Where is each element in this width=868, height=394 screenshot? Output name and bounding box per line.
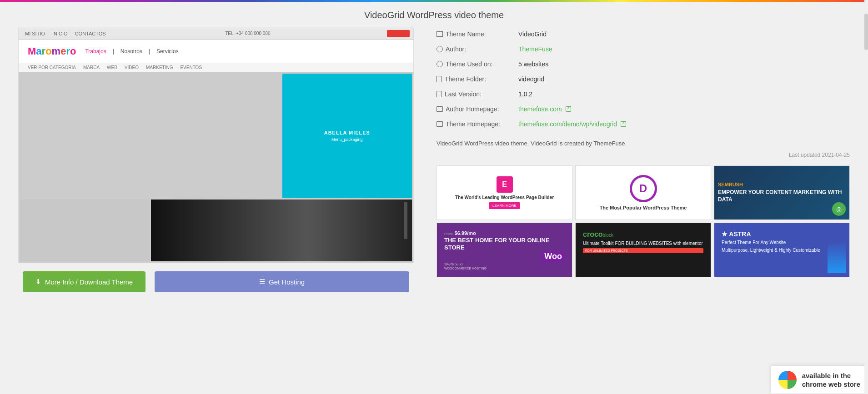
croco-text: Ultimate Toolkit FOR BUILDING WEBSITES w… xyxy=(583,240,703,246)
theme-name-label: Theme Name: xyxy=(437,30,518,38)
download-button[interactable]: ⬇ More Info / Download Theme xyxy=(23,271,146,292)
image-icon xyxy=(437,31,443,37)
featured-name: ABELLA MIELES xyxy=(324,130,370,135)
sg-price: $6.99/mo xyxy=(455,230,476,236)
preview-header: Maromero Trabajos | Nosotros | Servicios xyxy=(19,40,413,63)
ad-elementor[interactable]: E The World's Leading WordPress Page Bui… xyxy=(437,165,572,220)
hosting-icon: ☰ xyxy=(259,278,265,286)
elementor-text: The World's Leading WordPress Page Build… xyxy=(455,195,554,200)
grid-cell-dark xyxy=(151,199,412,261)
monitor-icon-2 xyxy=(437,121,443,127)
description: VideoGrid WordPress video theme. VideoGr… xyxy=(437,139,850,148)
preview-nav-trabajos: Trabajos xyxy=(85,48,106,55)
scrollbar[interactable] xyxy=(864,0,868,394)
preview-logo: Maromero xyxy=(28,45,76,57)
theme-homepage-link[interactable]: themefuse.com/demo/wp/videogrid xyxy=(518,120,617,128)
sg-brand: SiteGround WOOCOMMERCE HOSTING xyxy=(444,262,487,270)
theme-folder-value: videogrid xyxy=(518,75,850,83)
monitor-icon xyxy=(437,106,443,112)
chrome-store-text: available in the chrome web store xyxy=(802,371,860,389)
semrush-icon: ◎ xyxy=(832,202,846,216)
preview-nav: Trabajos | Nosotros | Servicios xyxy=(85,48,178,55)
grid-cell-2 xyxy=(151,74,281,135)
theme-homepage-value: themefuse.com/demo/wp/videogrid xyxy=(518,120,850,128)
preview-topbar: MI SITIO INICIO CONTACTOS TEL. +34 000 0… xyxy=(19,27,413,40)
last-updated: Last updated 2021-04-25 xyxy=(437,152,850,158)
preview-nav-item: CONTACTOS xyxy=(72,31,109,36)
preview-phone: TEL. +34 000 000 000 xyxy=(225,31,270,36)
download-icon: ⬇ xyxy=(35,278,41,286)
author-homepage-value: themefuse.com xyxy=(518,105,850,113)
info-row-theme-homepage: Theme Homepage: themefuse.com/demo/wp/vi… xyxy=(437,117,850,132)
cat-marketing: MARKETING xyxy=(146,65,173,70)
cat-marca: MARCA xyxy=(83,65,100,70)
info-row-author: Author: ThemeFuse xyxy=(437,42,850,57)
preview-grid: ABELLA MIELES Menu_packaging xyxy=(19,72,413,263)
siteground-content: From $6.99/mo THE BEST HOME FOR YOUR ONL… xyxy=(441,227,568,273)
ads-grid: E The World's Leading WordPress Page Bui… xyxy=(437,165,850,277)
astra-text: Perfect Theme For Any Website xyxy=(722,239,842,245)
preview-content: Maromero Trabajos | Nosotros | Servicios… xyxy=(19,40,413,263)
author-homepage-link[interactable]: themefuse.com xyxy=(518,105,562,113)
ad-semrush[interactable]: SEMRUSH EMPOWER YOUR CONTENT MARKETING W… xyxy=(714,165,850,220)
sg-woo: Woo xyxy=(542,251,565,262)
cat-eventos: EVENTOS xyxy=(180,65,202,70)
download-label: More Info / Download Theme xyxy=(45,278,133,286)
semrush-text: EMPOWER YOUR CONTENT MARKETING WITH DATA xyxy=(718,189,846,203)
preview-nav-item: INICIO xyxy=(50,31,70,36)
grid-cell-featured: ABELLA MIELES Menu_packaging xyxy=(282,74,412,198)
chrome-store-banner[interactable]: available in the chrome web store xyxy=(771,366,868,394)
preview-category-bar: VER POR CATEGORIA MARCA WEB VIDEO MARKET… xyxy=(19,63,413,72)
preview-nav-servicios: Servicios xyxy=(156,48,179,55)
folder-icon xyxy=(437,76,442,82)
theme-folder-label: Theme Folder: xyxy=(437,75,518,83)
ad-astra[interactable]: ★ ASTRA Perfect Theme For Any Website Mu… xyxy=(714,223,850,277)
astra-logo: ★ ASTRA xyxy=(722,230,842,238)
grid-cell-4 xyxy=(20,137,150,199)
chrome-icon xyxy=(778,371,797,389)
grid-cell-5 xyxy=(151,137,281,199)
author-label: Author: xyxy=(437,45,518,53)
info-row-theme-used: Theme Used on: 5 websites xyxy=(437,57,850,72)
preview-nav-item: MI SITIO xyxy=(22,31,48,36)
last-version-label: Last Version: xyxy=(437,90,518,98)
ad-divi[interactable]: D The Most Popular WordPress Theme xyxy=(575,165,711,220)
divi-text: The Most Popular WordPress Theme xyxy=(600,205,687,210)
info-row-theme-name: Theme Name: VideoGrid xyxy=(437,27,850,42)
preview-red-button xyxy=(387,30,410,37)
author-homepage-label: Author Homepage: xyxy=(437,105,518,113)
ad-siteground[interactable]: From $6.99/mo THE BEST HOME FOR YOUR ONL… xyxy=(437,223,572,277)
elementor-icon: E xyxy=(497,176,513,193)
person-icon xyxy=(437,46,443,52)
left-panel: MI SITIO INICIO CONTACTOS TEL. +34 000 0… xyxy=(18,27,414,292)
cat-ver: VER POR CATEGORIA xyxy=(28,65,76,70)
info-row-last-version: Last Version: 1.0.2 xyxy=(437,87,850,102)
cat-web: WEB xyxy=(107,65,117,70)
hosting-label: Get Hosting xyxy=(269,278,305,286)
author-link[interactable]: ThemeFuse xyxy=(518,45,552,53)
info-row-author-homepage: Author Homepage: themefuse.com xyxy=(437,102,850,117)
author-value: ThemeFuse xyxy=(518,45,850,53)
divi-circle: D xyxy=(630,175,657,202)
featured-sub: Menu_packaging xyxy=(331,137,363,142)
croco-tag: FOR UNLIMITED PROJECTS xyxy=(583,248,703,253)
croco-block: block xyxy=(603,233,613,238)
theme-homepage-label: Theme Homepage: xyxy=(437,120,518,128)
grid-cell-1 xyxy=(20,74,150,135)
astra-person-image xyxy=(828,241,846,273)
scrollbar-thumb[interactable] xyxy=(864,14,868,50)
info-row-theme-folder: Theme Folder: videogrid xyxy=(437,72,850,87)
external-link-icon-2 xyxy=(621,121,626,127)
dark-overlay xyxy=(151,199,412,261)
croco-content: croco block Ultimate Toolkit FOR BUILDIN… xyxy=(579,227,707,273)
cat-video: VIDEO xyxy=(125,65,139,70)
preview-nav-separator2: | xyxy=(149,48,150,55)
theme-used-value: 5 websites xyxy=(518,60,850,68)
hosting-button[interactable]: ☰ Get Hosting xyxy=(155,271,409,292)
ad-crocoblock[interactable]: croco block Ultimate Toolkit FOR BUILDIN… xyxy=(575,223,711,277)
sg-title: THE BEST HOME FOR YOUR ONLINE STORE xyxy=(444,237,565,252)
astra-content: ★ ASTRA Perfect Theme For Any Website Mu… xyxy=(718,227,846,273)
version-icon xyxy=(437,91,442,97)
external-link-icon xyxy=(566,106,571,112)
page-title: VideoGrid WordPress video theme xyxy=(0,2,868,27)
